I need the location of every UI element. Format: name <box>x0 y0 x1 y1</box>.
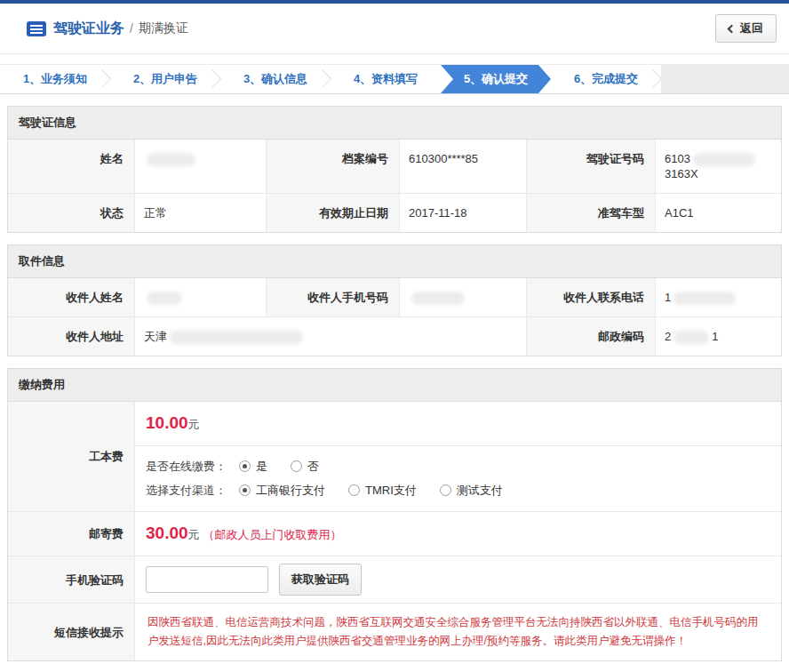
redacted-value <box>411 292 465 305</box>
address-prefix: 天津 <box>144 330 167 343</box>
radio-icon[interactable] <box>239 484 251 496</box>
payment-channel-question-line: 选择支付渠道： 工商银行支付 TMRI支付 测试支付 <box>146 478 770 502</box>
channel-icbc-option[interactable]: 工商银行支付 <box>239 483 325 499</box>
back-button-label: 返回 <box>740 20 763 36</box>
status-label: 状态 <box>8 194 134 232</box>
pickup-section-title: 取件信息 <box>8 245 781 278</box>
step-label: 4、资料填写 <box>354 71 418 87</box>
channel-tmri-option[interactable]: TMRI支付 <box>348 483 417 499</box>
status-value: 正常 <box>134 194 266 232</box>
sms-notice-row: 短信接收提示 因陕西省联通、电信运营商技术问题，陕西省互联网交通安全综合服务管理… <box>8 603 781 660</box>
online-no-option[interactable]: 否 <box>291 459 319 475</box>
valid-until-label: 有效期止日期 <box>266 194 399 232</box>
step-label: 5、确认提交 <box>464 71 528 87</box>
redacted-value <box>693 153 755 166</box>
get-sms-code-button[interactable]: 获取验证码 <box>279 564 362 596</box>
redacted-value <box>673 331 709 344</box>
postage-fee-note: （邮政人员上门收取费用） <box>203 528 342 541</box>
radio-icon[interactable] <box>239 460 251 472</box>
online-yes-label: 是 <box>256 459 267 475</box>
license-row-2: 状态 正常 有效期止日期 2017-11-18 准驾车型 A1C1 <box>8 193 781 232</box>
chevron-right-icon <box>313 69 331 88</box>
vehicle-class-value: A1C1 <box>655 194 781 232</box>
postage-fee-row: 邮寄费 30.00元（邮政人员上门收取费用） <box>8 511 781 556</box>
sms-code-input[interactable] <box>146 566 268 593</box>
back-button[interactable]: 返回 <box>715 14 777 43</box>
name-value <box>134 140 266 193</box>
license-number-suffix: 3163X <box>665 167 698 180</box>
step-2-user-declaration[interactable]: 2、用户申告 <box>110 65 220 93</box>
radio-icon[interactable] <box>291 460 302 472</box>
recipient-phone-label: 收件人联系电话 <box>526 278 655 316</box>
license-section-title: 驾驶证信息 <box>8 107 781 140</box>
license-number-prefix: 6103 <box>665 152 690 165</box>
redacted-value <box>147 292 182 305</box>
chevron-right-icon <box>203 69 221 88</box>
file-number-value: 610300****85 <box>399 140 526 193</box>
breadcrumb-current: 期满换证 <box>139 20 188 36</box>
zip-code-value: 21 <box>655 317 781 356</box>
file-number-label: 档案编号 <box>266 140 399 193</box>
zip-suffix: 1 <box>712 330 718 343</box>
online-payment-question: 是否在线缴费： <box>146 459 227 475</box>
name-label: 姓名 <box>8 140 134 193</box>
recipient-name-value <box>134 278 266 316</box>
channel-tmri-label: TMRI支付 <box>365 483 417 499</box>
page-title: 驾驶证业务 <box>53 20 124 38</box>
step-1-business-notice[interactable]: 1、业务须知 <box>0 65 110 93</box>
zip-prefix: 2 <box>665 330 671 343</box>
license-business-icon <box>27 21 46 36</box>
redacted-value <box>170 331 303 344</box>
postage-fee-amount: 30.00 <box>146 524 188 542</box>
production-fee-cell: 10.00元 是否在线缴费： 是 否 选择支付渠道： <box>134 402 781 511</box>
pickup-info-section: 取件信息 收件人姓名 收件人手机号码 收件人联系电话 1 收件人地址 天津 邮政… <box>7 244 782 356</box>
postage-fee-cell: 30.00元（邮政人员上门收取费用） <box>134 512 781 556</box>
redacted-value <box>147 153 195 166</box>
production-fee-amount-line: 10.00元 <box>135 402 781 445</box>
step-label: 1、业务须知 <box>23 71 87 87</box>
breadcrumb-separator: / <box>130 21 133 36</box>
license-info-section: 驾驶证信息 姓名 档案编号 610300****85 驾驶证号码 6103316… <box>7 106 782 233</box>
postage-fee-label: 邮寄费 <box>8 512 134 556</box>
payment-options-block: 是否在线缴费： 是 否 选择支付渠道： 工商银行支付 <box>135 445 781 511</box>
production-fee-label: 工本费 <box>8 402 134 511</box>
channel-test-option[interactable]: 测试支付 <box>440 483 503 499</box>
production-fee-amount: 10.00 <box>146 413 188 432</box>
online-no-label: 否 <box>307 459 319 475</box>
step-4-fill-data[interactable]: 4、资料填写 <box>331 65 441 93</box>
step-3-confirm-info[interactable]: 3、确认信息 <box>220 65 331 93</box>
valid-until-value: 2017-11-18 <box>399 194 526 232</box>
radio-icon[interactable] <box>348 484 360 496</box>
recipient-phone-value: 1 <box>655 278 781 316</box>
license-row-1: 姓名 档案编号 610300****85 驾驶证号码 61033163X <box>8 140 781 193</box>
sms-notice-label: 短信接收提示 <box>8 604 134 660</box>
postage-fee-unit: 元 <box>188 528 200 541</box>
step-label: 3、确认信息 <box>243 71 307 87</box>
step-6-finish-submit[interactable]: 6、完成提交 <box>551 65 661 93</box>
payment-channel-question: 选择支付渠道： <box>146 483 227 499</box>
sms-notice-text: 因陕西省联通、电信运营商技术问题，陕西省互联网交通安全综合服务管理平台无法向持陕… <box>134 604 781 660</box>
channel-icbc-label: 工商银行支付 <box>256 483 325 499</box>
license-number-label: 驾驶证号码 <box>526 140 655 193</box>
recipient-name-label: 收件人姓名 <box>8 278 134 316</box>
step-label: 6、完成提交 <box>574 71 638 87</box>
radio-icon[interactable] <box>440 484 451 496</box>
step-5-confirm-submit[interactable]: 5、确认提交 <box>441 65 551 93</box>
chevron-right-icon <box>643 69 662 88</box>
recipient-address-label: 收件人地址 <box>8 317 134 356</box>
step-bar-filler <box>661 65 789 93</box>
phone-prefix: 1 <box>665 291 671 304</box>
payment-section: 缴纳费用 工本费 10.00元 是否在线缴费： 是 否 <box>7 368 782 661</box>
recipient-address-value: 天津 <box>134 317 526 356</box>
online-payment-question-line: 是否在线缴费： 是 否 <box>146 454 770 478</box>
sms-code-cell: 获取验证码 <box>134 556 781 603</box>
production-fee-row: 工本费 10.00元 是否在线缴费： 是 否 选择 <box>8 402 781 511</box>
channel-test-label: 测试支付 <box>457 483 503 499</box>
redacted-value <box>673 292 736 305</box>
online-yes-option[interactable]: 是 <box>239 459 267 475</box>
chevron-right-icon <box>92 69 111 88</box>
sms-code-label: 手机验证码 <box>8 556 134 603</box>
pickup-row-2: 收件人地址 天津 邮政编码 21 <box>8 316 781 356</box>
production-fee-unit: 元 <box>188 418 200 431</box>
step-label: 2、用户申告 <box>133 71 197 87</box>
